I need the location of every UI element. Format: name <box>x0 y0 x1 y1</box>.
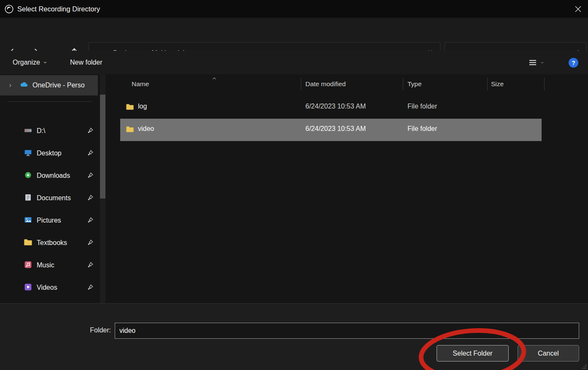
column-header-date-modified[interactable]: Date modified <box>305 74 346 94</box>
column-separator <box>544 78 545 90</box>
column-header-type[interactable]: Type <box>407 74 422 94</box>
music-icon <box>24 260 32 271</box>
file-row-video[interactable]: video 6/24/2023 10:53 AM File folder <box>120 119 542 141</box>
navigation-pane: OneDrive - Perso D:\ <box>0 74 110 303</box>
desktop-icon <box>24 148 32 159</box>
obs-logo-icon <box>4 4 14 14</box>
pin-icon <box>87 239 94 248</box>
sidebar-item-label: Music <box>37 261 54 269</box>
column-separator <box>301 78 301 90</box>
sidebar-item-label: OneDrive - Perso <box>32 82 91 89</box>
chevron-down-icon <box>540 61 544 65</box>
downloads-icon <box>24 171 32 181</box>
sidebar-item-videos[interactable]: Videos <box>0 277 98 298</box>
new-folder-button[interactable]: New folder <box>70 51 102 74</box>
drive-icon <box>24 126 32 136</box>
sidebar-item-onedrive[interactable]: OneDrive - Perso <box>0 75 98 95</box>
folder-icon <box>24 239 32 248</box>
column-header-size[interactable]: Size <box>491 74 504 94</box>
help-button[interactable]: ? <box>569 58 578 68</box>
file-type: File folder <box>407 103 437 110</box>
pin-icon <box>87 172 94 180</box>
close-icon <box>575 6 581 12</box>
sidebar-item-label: Downloads <box>37 172 70 180</box>
sidebar-scrollbar-thumb[interactable] <box>100 95 105 199</box>
pictures-icon <box>24 215 32 226</box>
select-recording-directory-dialog: Select Recording Directory <box>0 0 588 370</box>
sidebar-item-label: Documents <box>37 194 71 202</box>
sidebar-item-d-drive[interactable]: D:\ <box>0 120 98 141</box>
sidebar-item-label: Textbooks <box>37 239 67 247</box>
documents-icon <box>24 193 32 204</box>
dialog-toolbar: Organize New folder ? <box>0 51 588 74</box>
sidebar-item-desktop[interactable]: Desktop <box>0 143 98 164</box>
list-view-icon <box>528 58 537 67</box>
pin-icon <box>87 284 94 292</box>
file-date-modified: 6/24/2023 10:53 AM <box>305 103 366 110</box>
titlebar[interactable]: Select Recording Directory <box>0 0 588 18</box>
sidebar-divider <box>8 101 92 102</box>
file-date-modified: 6/24/2023 10:53 AM <box>305 125 366 133</box>
sidebar-item-label: D:\ <box>37 127 45 135</box>
sort-ascending-icon <box>212 75 217 83</box>
expand-chevron-icon[interactable] <box>6 83 14 88</box>
file-name: log <box>138 103 147 110</box>
videos-icon <box>24 283 32 293</box>
file-row-log[interactable]: log 6/24/2023 10:53 AM File folder <box>120 96 542 119</box>
sidebar-item-documents[interactable]: Documents <box>0 188 98 209</box>
pin-icon <box>87 194 94 203</box>
chevron-down-icon <box>43 60 47 65</box>
folder-field-label: Folder: <box>67 326 111 334</box>
sidebar-item-label: Pictures <box>37 217 61 224</box>
sidebar-item-label: Videos <box>37 284 57 291</box>
help-icon: ? <box>572 60 575 66</box>
sidebar-item-music[interactable]: Music <box>0 255 98 276</box>
sidebar-item-downloads[interactable]: Downloads <box>0 165 98 186</box>
organize-label: Organize <box>13 59 40 66</box>
onedrive-cloud-icon <box>19 80 28 91</box>
sidebar-item-label: Desktop <box>37 150 62 157</box>
resize-grip[interactable] <box>582 364 587 369</box>
folder-icon <box>126 103 134 112</box>
column-separator <box>487 78 488 90</box>
column-separator <box>403 78 403 90</box>
folder-icon <box>126 126 134 134</box>
column-header-name[interactable]: Name <box>132 74 149 94</box>
view-mode-button[interactable] <box>528 51 544 74</box>
pin-icon <box>87 217 94 225</box>
organize-menu-button[interactable]: Organize <box>13 51 47 74</box>
file-list: Name Date modified Type Size log 6/24/20… <box>110 74 588 303</box>
close-button[interactable] <box>568 0 588 18</box>
file-type: File folder <box>407 125 437 133</box>
sidebar-item-textbooks[interactable]: Textbooks <box>0 232 98 253</box>
file-name: video <box>138 125 154 133</box>
select-folder-button[interactable]: Select Folder <box>437 345 509 362</box>
window-title: Select Recording Directory <box>17 5 100 13</box>
cancel-button[interactable]: Cancel <box>518 345 579 362</box>
dialog-content: OneDrive - Perso D:\ <box>0 74 588 303</box>
folder-name-input[interactable] <box>115 323 579 339</box>
sidebar-item-pictures[interactable]: Pictures <box>0 210 98 231</box>
pin-icon <box>87 261 94 270</box>
new-folder-label: New folder <box>70 59 102 66</box>
pin-icon <box>87 150 94 158</box>
pin-icon <box>87 127 94 136</box>
navigation-bar: Desktop Multimodal <box>0 18 588 51</box>
